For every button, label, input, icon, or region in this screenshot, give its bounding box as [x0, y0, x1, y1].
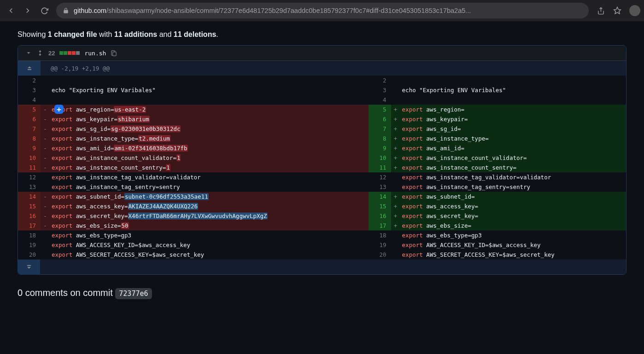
line-number-new[interactable]: 10 [369, 153, 391, 163]
code-cell[interactable] [400, 95, 626, 105]
code-cell[interactable]: export aws_ebs_size= [400, 221, 626, 230]
line-number-old[interactable]: 7 [18, 124, 41, 134]
share-icon[interactable] [593, 3, 608, 18]
line-number-old[interactable]: 5 [18, 105, 41, 114]
line-number-old[interactable]: 6 [18, 114, 41, 124]
code-cell[interactable]: export aws_ami_id= [400, 143, 626, 153]
code-cell[interactable]: export aws_instance_count_validator=1 [50, 153, 369, 163]
code-cell[interactable]: export aws_region=us-east-2 [50, 105, 369, 114]
code-cell[interactable]: export aws_ebs_type=gp3 [50, 230, 369, 240]
code-cell[interactable]: export aws_secret_key=X46rtrFTDaR66mrAHy… [50, 211, 369, 221]
code-cell[interactable]: export AWS_SECRET_ACCESS_KEY=$aws_secret… [400, 250, 626, 260]
address-bar[interactable]: github.com/shibaswaparmy/node-ansible/co… [56, 3, 589, 18]
expand-up-icon[interactable] [18, 61, 41, 76]
expand-down-icon[interactable] [18, 260, 40, 274]
line-number-new[interactable]: 16 [369, 211, 391, 221]
code-cell[interactable] [400, 76, 626, 85]
line-number-old[interactable]: 2 [18, 76, 41, 85]
add-comment-button[interactable]: + [54, 105, 64, 114]
line-number-old[interactable]: 3 [18, 85, 41, 95]
star-icon[interactable] [610, 3, 625, 18]
code-cell[interactable]: export aws_secret_key= [400, 211, 626, 221]
diff-marker [41, 76, 50, 85]
line-number-old[interactable]: 11 [18, 163, 41, 172]
code-cell[interactable]: export aws_subnet_id=subnet-0c96df2553a3… [50, 192, 369, 201]
line-number-old[interactable]: 14 [18, 192, 41, 201]
line-number-new[interactable]: 5 [369, 105, 391, 114]
code-cell[interactable]: export aws_sg_id=sg-0230031e0b30312dc [50, 124, 369, 134]
code-cell[interactable]: echo "Exporting ENV Varibales" [50, 85, 369, 95]
line-number-old[interactable]: 12 [18, 172, 41, 182]
diff-marker: - [41, 192, 50, 201]
forward-button[interactable] [20, 3, 35, 18]
diff-marker: - [41, 153, 50, 163]
line-number-old[interactable]: 8 [18, 134, 41, 143]
code-cell[interactable] [50, 95, 369, 105]
code-cell[interactable] [50, 76, 369, 85]
line-number-new[interactable]: 20 [369, 250, 391, 260]
line-number-new[interactable]: 2 [369, 76, 391, 85]
code-cell[interactable]: export AWS_SECRET_ACCESS_KEY=$aws_secret… [50, 250, 369, 260]
code-cell[interactable]: export aws_instance_type= [400, 134, 626, 143]
code-cell[interactable]: export aws_keypair= [400, 114, 626, 124]
comments-section: 0 comments on commit 72377e6 [0, 279, 644, 307]
line-number-new[interactable]: 11 [369, 163, 391, 172]
line-number-old[interactable]: 18 [18, 230, 41, 240]
back-button[interactable] [4, 3, 18, 18]
code-cell[interactable]: export aws_instance_tag_validator=valida… [50, 172, 369, 182]
profile-avatar[interactable] [629, 5, 640, 16]
line-number-new[interactable]: 7 [369, 124, 391, 134]
code-cell[interactable]: export aws_keypair=shibarium [50, 114, 369, 124]
line-number-old[interactable]: 4 [18, 95, 41, 105]
filename[interactable]: run.sh [84, 50, 106, 57]
line-number-old[interactable]: 20 [18, 250, 41, 260]
code-cell[interactable]: export AWS_ACCESS_KEY_ID=$aws_access_key [50, 240, 369, 250]
code-cell[interactable]: export aws_ebs_size=50 [50, 221, 369, 230]
hunk-header-row: @@ -2,19 +2,19 @@ [18, 61, 626, 76]
code-cell[interactable]: export AWS_ACCESS_KEY_ID=$aws_access_key [400, 240, 626, 250]
line-number-new[interactable]: 8 [369, 134, 391, 143]
code-cell[interactable]: export aws_ebs_type=gp3 [400, 230, 626, 240]
reload-button[interactable] [37, 3, 52, 18]
line-number-old[interactable]: 16 [18, 211, 41, 221]
code-cell[interactable]: export aws_instance_tag_validator=valida… [400, 172, 626, 182]
copy-path-icon[interactable] [111, 50, 117, 57]
code-cell[interactable]: export aws_instance_count_sentry=1 [50, 163, 369, 172]
line-number-new[interactable]: 14 [369, 192, 391, 201]
line-number-old[interactable]: 10 [18, 153, 41, 163]
code-cell[interactable]: export aws_access_key=AKIAZEJ4AAZQK4UXQ2… [50, 201, 369, 211]
diff-marker [41, 85, 50, 95]
diff-row: 44 [18, 95, 626, 105]
code-cell[interactable]: export aws_region= [400, 105, 626, 114]
line-number-new[interactable]: 19 [369, 240, 391, 250]
code-cell[interactable]: export aws_instance_tag_sentry=sentry [50, 182, 369, 192]
expand-all-icon[interactable] [36, 49, 44, 57]
line-number-old[interactable]: 17 [18, 221, 41, 230]
code-cell[interactable]: export aws_subnet_id= [400, 192, 626, 201]
line-number-old[interactable]: 19 [18, 240, 41, 250]
code-cell[interactable]: export aws_sg_id= [400, 124, 626, 134]
line-number-old[interactable]: 15 [18, 201, 41, 211]
line-number-new[interactable]: 15 [369, 201, 391, 211]
line-number-new[interactable]: 18 [369, 230, 391, 240]
browser-toolbar: github.com/shibaswaparmy/node-ansible/co… [0, 0, 644, 21]
diff-marker: + [391, 114, 400, 124]
diff-marker: + [391, 163, 400, 172]
chevron-down-icon[interactable] [25, 50, 32, 56]
line-number-old[interactable]: 9 [18, 143, 41, 153]
line-number-new[interactable]: 12 [369, 172, 391, 182]
line-number-new[interactable]: 6 [369, 114, 391, 124]
line-number-new[interactable]: 17 [369, 221, 391, 230]
line-number-old[interactable]: 13 [18, 182, 41, 192]
code-cell[interactable]: export aws_ami_id=ami-02f3416038bdb17fb [50, 143, 369, 153]
code-cell[interactable]: export aws_instance_tag_sentry=sentry [400, 182, 626, 192]
line-number-new[interactable]: 3 [369, 85, 391, 95]
code-cell[interactable]: export aws_access_key= [400, 201, 626, 211]
code-cell[interactable]: export aws_instance_count_validator= [400, 153, 626, 163]
code-cell[interactable]: export aws_instance_type=t2.medium [50, 134, 369, 143]
line-number-new[interactable]: 9 [369, 143, 391, 153]
line-number-new[interactable]: 13 [369, 182, 391, 192]
line-number-new[interactable]: 4 [369, 95, 391, 105]
code-cell[interactable]: export aws_instance_count_sentry= [400, 163, 626, 172]
code-cell[interactable]: echo "Exporting ENV Varibales" [400, 85, 626, 95]
